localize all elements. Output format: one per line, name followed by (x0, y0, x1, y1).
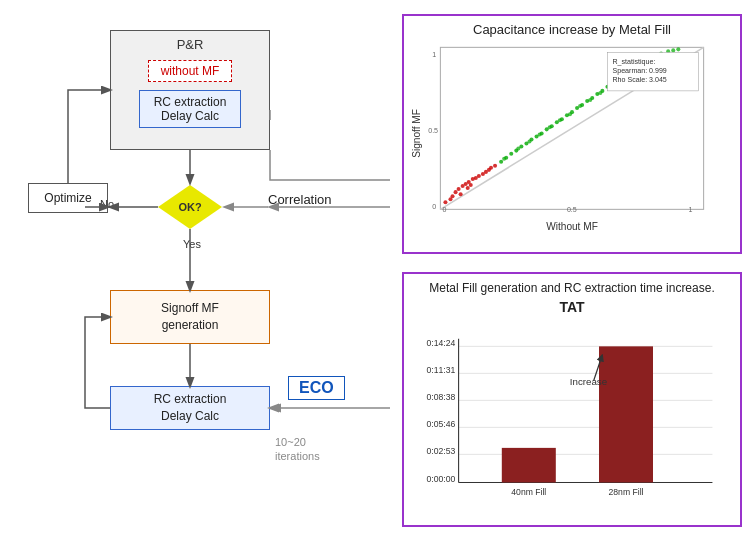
scatter-svg: Without MF Signoff MF (410, 41, 734, 241)
svg-text:40nm Fill: 40nm Fill (511, 487, 546, 497)
svg-point-63 (502, 157, 506, 161)
svg-point-21 (459, 192, 463, 196)
pnr-label: P&R (177, 37, 204, 52)
svg-point-32 (499, 160, 503, 164)
svg-point-28 (489, 166, 493, 170)
svg-text:Rho Scale: 3.045: Rho Scale: 3.045 (613, 76, 667, 84)
signoff-box: Signoff MFgeneration (110, 290, 270, 344)
bar-chart-panel: Metal Fill generation and RC extraction … (402, 272, 742, 527)
svg-text:Spearman: 0.999: Spearman: 0.999 (613, 67, 667, 75)
ok-diamond: OK? (158, 185, 222, 229)
pnr-box: P&R without MF RC extractionDelay Calc (110, 30, 270, 150)
without-mf-label: without MF (148, 60, 233, 82)
svg-point-66 (538, 132, 542, 136)
svg-text:28nm Fill: 28nm Fill (609, 487, 644, 497)
svg-point-67 (548, 125, 552, 129)
no-label: No (100, 198, 114, 210)
svg-point-14 (457, 187, 461, 191)
iterations-label: 10~20iterations (275, 435, 320, 464)
svg-text:0:00:00: 0:00:00 (427, 474, 456, 484)
bar-chart: 0:00:00 0:02:53 0:05:46 0:08:38 0:11:31 … (410, 319, 734, 499)
tat-title: TAT (410, 299, 734, 315)
svg-point-20 (477, 174, 481, 178)
bar-chart-svg: 0:00:00 0:02:53 0:05:46 0:08:38 0:11:31 … (410, 319, 734, 499)
svg-point-31 (443, 200, 447, 204)
svg-text:1: 1 (432, 51, 436, 59)
svg-text:0:02:53: 0:02:53 (427, 446, 456, 456)
scatter-plot-title: Capacitance increase by Metal Fill (410, 22, 734, 37)
svg-point-80 (671, 48, 675, 52)
svg-point-81 (676, 47, 680, 51)
svg-point-29 (493, 164, 497, 168)
svg-point-71 (588, 98, 592, 102)
svg-point-13 (454, 190, 458, 194)
correlation-label: Correlation (268, 192, 332, 207)
svg-text:0: 0 (442, 206, 446, 214)
svg-text:1: 1 (688, 206, 692, 214)
svg-text:0.5: 0.5 (428, 127, 438, 135)
svg-rect-106 (502, 448, 556, 483)
scatter-plot-panel: Capacitance increase by Metal Fill Witho… (402, 14, 742, 254)
svg-text:0:08:38: 0:08:38 (427, 392, 456, 402)
svg-text:R_statistique:: R_statistique: (613, 58, 656, 66)
svg-text:0.5: 0.5 (567, 206, 577, 214)
svg-point-24 (469, 183, 473, 187)
svg-point-72 (598, 91, 602, 95)
svg-text:0:11:31: 0:11:31 (427, 365, 456, 375)
svg-point-69 (568, 112, 572, 116)
svg-text:0:14:24: 0:14:24 (427, 338, 456, 348)
scatter-plot: Without MF Signoff MF (410, 41, 734, 241)
svg-text:Signoff MF: Signoff MF (411, 109, 422, 158)
svg-point-70 (578, 104, 582, 108)
rc-box-bottom: RC extractionDelay Calc (110, 386, 270, 430)
svg-point-23 (466, 186, 470, 190)
svg-point-34 (509, 152, 513, 156)
svg-point-65 (527, 139, 531, 143)
flowchart: P&R without MF RC extractionDelay Calc O… (10, 20, 390, 530)
svg-text:0:05:46: 0:05:46 (427, 419, 456, 429)
svg-point-68 (558, 118, 562, 122)
optimize-box: Optimize (28, 183, 108, 213)
svg-point-30 (448, 197, 452, 201)
bar-chart-main-title: Metal Fill generation and RC extraction … (410, 280, 734, 297)
svg-text:0: 0 (432, 203, 436, 211)
rc-box-top: RC extractionDelay Calc (139, 90, 242, 128)
svg-rect-108 (599, 346, 653, 482)
eco-label: ECO (288, 376, 345, 400)
svg-text:Without MF: Without MF (546, 221, 598, 232)
svg-point-64 (516, 147, 520, 151)
yes-label: Yes (183, 238, 201, 250)
svg-text:Increase: Increase (570, 376, 607, 387)
